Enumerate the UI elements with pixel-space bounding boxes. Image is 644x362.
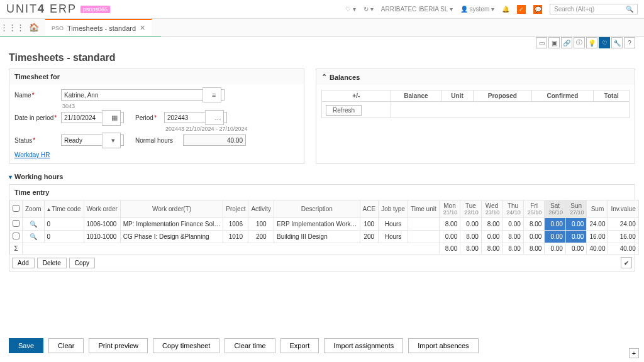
global-search[interactable]: Search (Alt+q)🔍 xyxy=(550,4,638,14)
timesheet-for-panel: Timesheet for Name Katrine, Ann ≡ 3043 D… xyxy=(9,69,304,164)
normal-hours-value: 40.00 xyxy=(183,134,246,146)
time-entry-grid: Zoom ▴ Time code Work order Work order(T… xyxy=(9,200,639,255)
sigma-icon: Σ xyxy=(10,243,23,255)
add-row-button[interactable]: Add xyxy=(12,258,35,268)
date-label: Date in period xyxy=(14,114,57,121)
company-selector[interactable]: ARRIBATEC IBERIA SL ▾ xyxy=(381,6,453,13)
user-nav: ♡ ▾ ↻ ▾ ARRIBATEC IBERIA SL ▾ 👤 system ▾… xyxy=(345,4,638,14)
twisty-icon[interactable]: ▾ xyxy=(9,173,12,180)
heart-icon[interactable]: ♡ ▾ xyxy=(345,6,356,13)
tool-card-icon[interactable]: ▣ xyxy=(548,37,560,48)
home-icon[interactable]: 🏠 xyxy=(23,23,45,32)
env-badge: psops065 xyxy=(80,6,110,13)
user-menu[interactable]: 👤 system ▾ xyxy=(460,6,494,13)
chat-icon[interactable]: 💬 xyxy=(533,5,542,14)
search-icon: 🔍 xyxy=(626,6,633,13)
time-entry-title: Time entry xyxy=(9,185,635,200)
flag-icon[interactable]: ✓ xyxy=(517,5,526,14)
tool-columns-icon[interactable]: ▭ xyxy=(536,37,547,48)
collapse-icon[interactable]: ⌃ xyxy=(321,73,327,81)
panel-header: Timesheet for xyxy=(9,69,304,84)
menu-icon[interactable]: ⋮⋮⋮ xyxy=(0,23,23,32)
tab-timesheets[interactable]: PSO Timesheets - standard ✕ xyxy=(45,19,152,36)
status-select[interactable]: Ready ▾ xyxy=(61,134,124,146)
table-row: 🔍 0 1006-1000 MP: Implementation Finance… xyxy=(10,218,639,231)
date-input[interactable]: 21/10/2024 ▦ xyxy=(61,112,124,123)
normal-hours-label: Normal hours xyxy=(135,137,179,144)
brand-logo: UNIT4 ERP xyxy=(6,3,77,16)
tool-help-icon[interactable]: ? xyxy=(624,37,635,48)
balances-header[interactable]: ⌃ Balances xyxy=(316,69,635,85)
name-input[interactable]: Katrine, Ann ≡ xyxy=(61,89,225,101)
period-input[interactable]: 202443 … xyxy=(164,112,227,123)
time-entry-panel: Time entry Zoom ▴ Time code Work order W… xyxy=(9,184,635,272)
page-title: Timesheets - standard xyxy=(9,52,635,63)
row-checkbox[interactable] xyxy=(13,220,19,227)
tab-strip: ⋮⋮⋮ 🏠 PSO Timesheets - standard ✕ xyxy=(0,19,644,36)
delete-row-button[interactable]: Delete xyxy=(37,258,67,268)
period-label: Period xyxy=(135,114,160,121)
balances-table: +/- Balance Unit Proposed Confirmed Tota… xyxy=(321,90,630,118)
top-bar: UNIT4 ERP psops065 ♡ ▾ ↻ ▾ ARRIBATEC IBE… xyxy=(0,0,644,19)
tool-fav-icon[interactable]: ♡ xyxy=(599,37,610,48)
chevron-down-icon[interactable]: ▾ xyxy=(102,133,121,148)
period-range: 202443 21/10/2024 - 27/10/2024 xyxy=(165,126,248,132)
confirm-icon[interactable]: ✔ xyxy=(621,257,632,268)
tool-bulb-icon[interactable]: 💡 xyxy=(586,37,597,48)
zoom-icon[interactable]: 🔍 xyxy=(23,231,45,243)
working-hours-header[interactable]: ▾ Working hours xyxy=(9,173,635,180)
totals-row: Σ 8.008.008.00 8.008.00 0.000.00 40.0040… xyxy=(10,243,639,255)
balances-panel: ⌃ Balances +/- Balance Unit Proposed Con… xyxy=(316,69,635,164)
row-checkbox[interactable] xyxy=(13,233,19,239)
zoom-icon[interactable]: 🔍 xyxy=(23,218,45,231)
refresh-button[interactable]: Refresh xyxy=(326,105,362,116)
history-icon[interactable]: ↻ ▾ xyxy=(364,6,374,13)
name-label: Name xyxy=(14,92,57,99)
tool-info-icon[interactable]: ⓘ xyxy=(574,37,585,48)
copy-row-button[interactable]: Copy xyxy=(69,258,95,268)
status-label: Status xyxy=(14,137,57,144)
tool-wrench-icon[interactable]: 🔧 xyxy=(611,37,623,48)
table-row: 🔍 0 1010-1000 CG Phase I: Design &Planni… xyxy=(10,231,639,243)
page-toolbar: ▭ ▣ 🔗 ⓘ 💡 ♡ 🔧 ? xyxy=(536,37,635,48)
bell-icon[interactable]: 🔔 xyxy=(502,6,509,13)
period-more-icon[interactable]: … xyxy=(205,110,224,125)
name-menu-icon[interactable]: ≡ xyxy=(203,87,221,102)
select-all-checkbox[interactable] xyxy=(13,205,19,212)
name-code: 3043 xyxy=(62,103,75,109)
calendar-icon[interactable]: ▦ xyxy=(102,110,121,126)
close-tab-icon[interactable]: ✕ xyxy=(140,24,145,32)
tool-link-icon[interactable]: 🔗 xyxy=(561,37,572,48)
workday-hr-link[interactable]: Workday HR xyxy=(14,151,50,158)
